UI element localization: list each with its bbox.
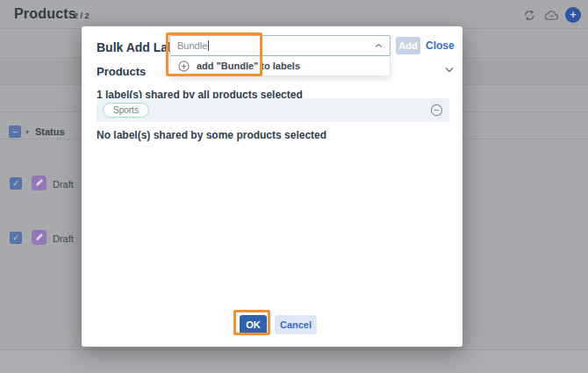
labels-input[interactable]: Bundle [169, 35, 391, 56]
labels-dropdown: add "Bundle" to labels [169, 56, 391, 76]
result-count: 2 / 2 [74, 11, 90, 20]
chevron-down-icon[interactable] [445, 67, 454, 73]
row-checkbox[interactable]: ✓ [10, 232, 22, 244]
cloud-sync-icon[interactable] [544, 9, 559, 22]
add-product-button[interactable]: + [565, 7, 581, 23]
labels-input-value: Bundle [177, 40, 207, 51]
row-checkbox[interactable]: ✓ [10, 177, 22, 190]
add-bundle-option[interactable]: add "Bundle" to labels [197, 61, 300, 71]
label-chip: Sports [103, 103, 149, 118]
shared-label-row: Sports [97, 98, 449, 122]
circle-plus-icon [178, 61, 190, 72]
draft-status-icon [32, 176, 47, 190]
bulk-add-labels-modal: Bulk Add Labels Bundle Add Close add "Bu… [82, 26, 463, 347]
status-cell: Draft [53, 179, 74, 190]
grid-footer: Items per page 20 ▾ 1 [0, 349, 588, 373]
cancel-button[interactable]: Cancel [275, 315, 317, 334]
add-button[interactable]: Add [396, 37, 420, 54]
ok-button[interactable]: OK [240, 315, 267, 334]
products-section-label: Products [97, 65, 146, 78]
draft-status-icon [32, 230, 47, 245]
close-link[interactable]: Close [426, 39, 455, 52]
page-title: Products [14, 6, 76, 22]
remove-label-button[interactable] [430, 104, 443, 117]
shared-some-text: No label(s) shared by some products sele… [97, 129, 326, 141]
refresh-icon[interactable] [523, 9, 536, 22]
status-cell: Draft [53, 233, 74, 244]
page-header: Products 2 / 2 + [0, 0, 588, 29]
text-cursor [208, 40, 209, 51]
chevron-up-icon[interactable] [375, 43, 383, 48]
